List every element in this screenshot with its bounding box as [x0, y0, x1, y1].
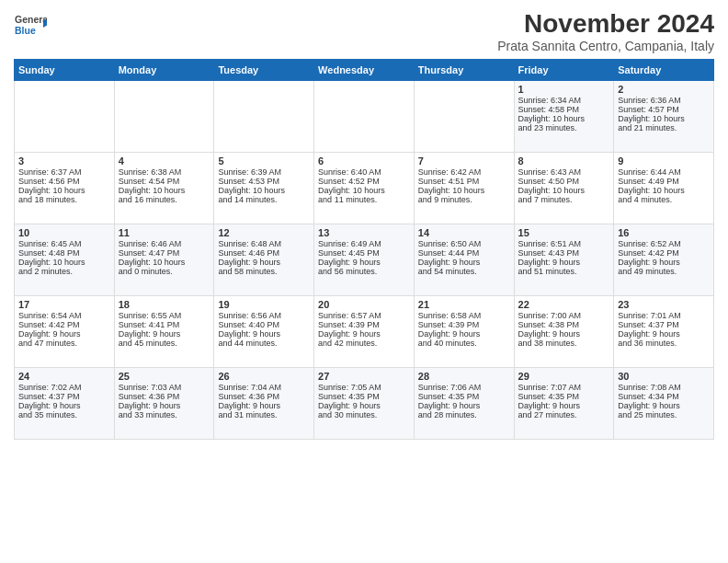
day-info: Sunrise: 7:01 AM [618, 311, 710, 320]
calendar-cell: 21Sunrise: 6:58 AMSunset: 4:39 PMDayligh… [414, 296, 514, 368]
day-info: Sunset: 4:58 PM [518, 105, 610, 114]
day-number: 20 [318, 299, 410, 310]
col-thursday: Thursday [414, 60, 514, 81]
day-info: Sunset: 4:36 PM [218, 392, 310, 401]
day-info: Sunset: 4:56 PM [18, 177, 110, 186]
day-info: Sunset: 4:49 PM [618, 177, 710, 186]
day-info: and 51 minutes. [518, 267, 610, 276]
day-info: Sunset: 4:42 PM [618, 248, 710, 258]
day-info: Sunrise: 7:07 AM [518, 383, 610, 392]
calendar-cell: 18Sunrise: 6:55 AMSunset: 4:41 PMDayligh… [114, 296, 214, 368]
day-info: Daylight: 10 hours [618, 186, 710, 195]
calendar-cell: 10Sunrise: 6:45 AMSunset: 4:48 PMDayligh… [15, 224, 115, 296]
day-number: 10 [18, 227, 110, 238]
day-info: Sunrise: 7:00 AM [518, 311, 610, 320]
title-section: November 2024 Prata Sannita Centro, Camp… [497, 9, 714, 53]
day-info: Sunrise: 6:57 AM [318, 311, 410, 320]
day-info: and 28 minutes. [418, 410, 510, 419]
day-number: 16 [618, 227, 710, 238]
day-number: 8 [518, 155, 610, 167]
day-info: Daylight: 9 hours [218, 258, 310, 267]
col-tuesday: Tuesday [214, 60, 314, 81]
day-info: Sunset: 4:45 PM [318, 248, 410, 258]
day-info: and 47 minutes. [18, 339, 110, 348]
day-info: and 14 minutes. [218, 195, 310, 204]
calendar-cell: 4Sunrise: 6:38 AMSunset: 4:54 PMDaylight… [114, 153, 214, 224]
day-info: Sunset: 4:37 PM [18, 392, 110, 401]
day-info: Sunset: 4:51 PM [418, 177, 510, 186]
day-number: 28 [418, 371, 510, 382]
day-info: Sunrise: 7:06 AM [418, 383, 510, 392]
day-info: Daylight: 9 hours [18, 329, 110, 339]
day-info: and 4 minutes. [618, 195, 710, 204]
day-info: and 31 minutes. [218, 410, 310, 419]
day-info: and 7 minutes. [518, 195, 610, 204]
day-info: Sunset: 4:52 PM [318, 177, 410, 186]
day-info: Sunrise: 6:42 AM [418, 167, 510, 177]
day-number: 9 [618, 155, 710, 167]
day-info: Sunset: 4:50 PM [518, 177, 610, 186]
calendar-cell: 20Sunrise: 6:57 AMSunset: 4:39 PMDayligh… [314, 296, 415, 368]
day-info: Daylight: 9 hours [318, 258, 410, 267]
week-row-2: 3Sunrise: 6:37 AMSunset: 4:56 PMDaylight… [15, 153, 714, 224]
day-number: 2 [618, 84, 710, 95]
day-info: Daylight: 10 hours [18, 258, 110, 267]
calendar-cell: 2Sunrise: 6:36 AMSunset: 4:57 PMDaylight… [614, 81, 714, 153]
day-info: Daylight: 10 hours [218, 186, 310, 195]
calendar-cell [15, 81, 115, 153]
day-info: Sunset: 4:43 PM [518, 248, 610, 258]
day-info: Sunrise: 6:55 AM [119, 311, 210, 320]
day-info: Sunrise: 6:36 AM [618, 96, 710, 105]
day-number: 13 [318, 227, 410, 238]
calendar-cell [114, 81, 214, 153]
day-info: Daylight: 10 hours [418, 186, 510, 195]
day-number: 29 [518, 371, 610, 382]
day-info: Daylight: 9 hours [618, 401, 710, 410]
calendar-cell: 7Sunrise: 6:42 AMSunset: 4:51 PMDaylight… [414, 153, 514, 224]
day-info: Daylight: 9 hours [119, 401, 210, 410]
calendar-cell: 22Sunrise: 7:00 AMSunset: 4:38 PMDayligh… [514, 296, 614, 368]
calendar-cell: 3Sunrise: 6:37 AMSunset: 4:56 PMDaylight… [15, 153, 115, 224]
day-info: Sunset: 4:42 PM [18, 320, 110, 329]
day-info: and 18 minutes. [18, 195, 110, 204]
day-info: Daylight: 10 hours [518, 114, 610, 123]
day-info: Sunset: 4:39 PM [418, 320, 510, 329]
calendar-cell: 30Sunrise: 7:08 AMSunset: 4:34 PMDayligh… [614, 368, 714, 440]
day-info: Sunset: 4:40 PM [218, 320, 310, 329]
day-info: and 44 minutes. [218, 339, 310, 348]
week-row-3: 10Sunrise: 6:45 AMSunset: 4:48 PMDayligh… [15, 224, 714, 296]
day-number: 17 [18, 299, 110, 310]
day-info: Sunrise: 7:02 AM [18, 383, 110, 392]
day-info: and 2 minutes. [18, 267, 110, 276]
day-info: and 36 minutes. [618, 339, 710, 348]
day-info: Daylight: 10 hours [518, 186, 610, 195]
calendar-cell: 6Sunrise: 6:40 AMSunset: 4:52 PMDaylight… [314, 153, 415, 224]
day-info: Daylight: 9 hours [518, 258, 610, 267]
day-info: and 54 minutes. [418, 267, 510, 276]
calendar-cell: 19Sunrise: 6:56 AMSunset: 4:40 PMDayligh… [214, 296, 314, 368]
day-info: Sunset: 4:34 PM [618, 392, 710, 401]
svg-text:General: General [15, 14, 47, 25]
day-number: 5 [218, 155, 310, 167]
calendar-cell: 13Sunrise: 6:49 AMSunset: 4:45 PMDayligh… [314, 224, 415, 296]
day-number: 22 [518, 299, 610, 310]
day-info: Sunrise: 6:40 AM [318, 167, 410, 177]
logo: General Blue [14, 9, 47, 42]
day-info: Sunset: 4:57 PM [618, 105, 710, 114]
day-info: Daylight: 10 hours [618, 114, 710, 123]
day-number: 26 [218, 371, 310, 382]
day-info: Sunset: 4:46 PM [218, 248, 310, 258]
day-info: Daylight: 10 hours [18, 186, 110, 195]
day-number: 11 [119, 227, 210, 238]
day-info: Daylight: 10 hours [318, 186, 410, 195]
day-number: 18 [119, 299, 210, 310]
day-info: Sunset: 4:35 PM [418, 392, 510, 401]
day-info: Sunset: 4:47 PM [119, 248, 210, 258]
calendar-cell: 14Sunrise: 6:50 AMSunset: 4:44 PMDayligh… [414, 224, 514, 296]
day-info: and 40 minutes. [418, 339, 510, 348]
day-info: Sunset: 4:35 PM [318, 392, 410, 401]
col-monday: Monday [114, 60, 214, 81]
day-number: 7 [418, 155, 510, 167]
day-number: 1 [518, 84, 610, 95]
day-info: Sunrise: 6:45 AM [18, 239, 110, 248]
